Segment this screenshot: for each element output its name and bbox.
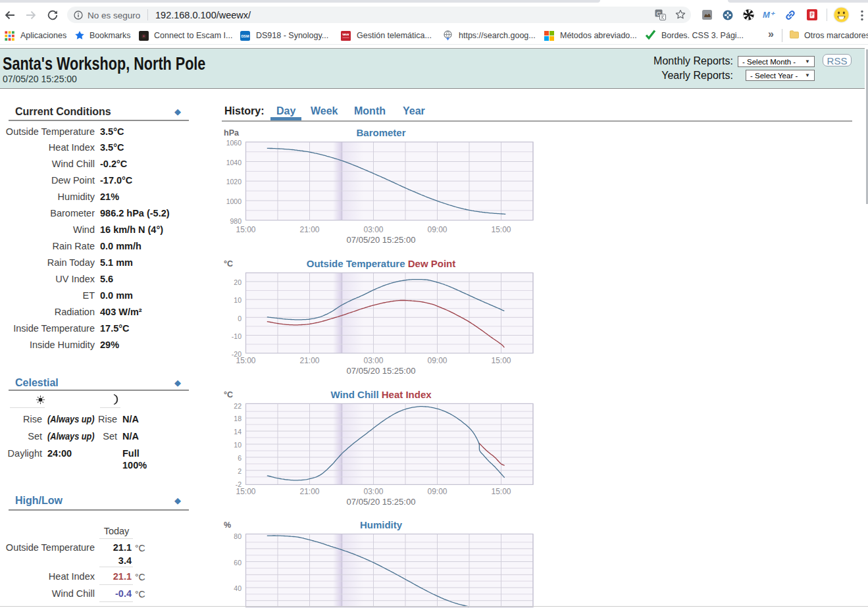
svg-text:09:00: 09:00 [427,487,447,496]
svg-text:Barometer: Barometer [356,127,405,138]
svg-text:hPa: hPa [224,128,240,138]
svg-text:15:00: 15:00 [491,225,511,234]
svg-text:2: 2 [238,467,242,475]
svg-text:6: 6 [238,454,242,462]
svg-text:1020: 1020 [226,178,242,186]
svg-text:40: 40 [234,584,242,592]
svg-text:10: 10 [234,296,242,304]
svg-text:09:00: 09:00 [427,356,447,365]
svg-text:-10: -10 [232,332,242,340]
svg-text:1000: 1000 [226,197,242,205]
svg-text:03:00: 03:00 [363,225,383,234]
svg-text:Outside Temperature Dew Point: Outside Temperature Dew Point [307,258,455,269]
svg-text:15:00: 15:00 [236,487,255,496]
svg-text:14: 14 [234,428,242,436]
svg-text:980: 980 [230,217,242,225]
svg-text:15:00: 15:00 [236,356,255,365]
svg-text:21:00: 21:00 [299,225,319,234]
svg-text:20: 20 [234,278,242,286]
svg-text:21:00: 21:00 [299,487,319,496]
svg-text:0: 0 [238,315,242,322]
svg-text:03:00: 03:00 [363,487,383,496]
svg-text:1040: 1040 [226,159,242,166]
svg-text:10: 10 [234,441,242,449]
svg-text:60: 60 [234,559,242,567]
svg-text:Wind Chill Heat Index: Wind Chill Heat Index [330,389,432,400]
svg-text:18: 18 [234,415,242,422]
svg-text:80: 80 [234,532,242,540]
svg-text:22: 22 [234,402,242,410]
svg-text:09:00: 09:00 [427,225,447,234]
svg-text:03:00: 03:00 [363,356,383,365]
svg-text:07/05/20 15:25:00: 07/05/20 15:25:00 [347,366,416,376]
svg-text:Humidity: Humidity [360,519,403,530]
svg-text:%: % [224,521,231,530]
svg-text:15:00: 15:00 [236,225,255,234]
svg-text:15:00: 15:00 [491,356,511,365]
svg-text:07/05/20 15:25:00: 07/05/20 15:25:00 [347,235,416,245]
svg-text:1060: 1060 [226,139,242,147]
svg-text:°C: °C [224,259,233,268]
svg-text:°C: °C [224,390,233,399]
svg-text:15:00: 15:00 [491,487,511,496]
svg-text:21:00: 21:00 [299,356,319,365]
svg-text:07/05/20 15:25:00: 07/05/20 15:25:00 [347,497,416,507]
